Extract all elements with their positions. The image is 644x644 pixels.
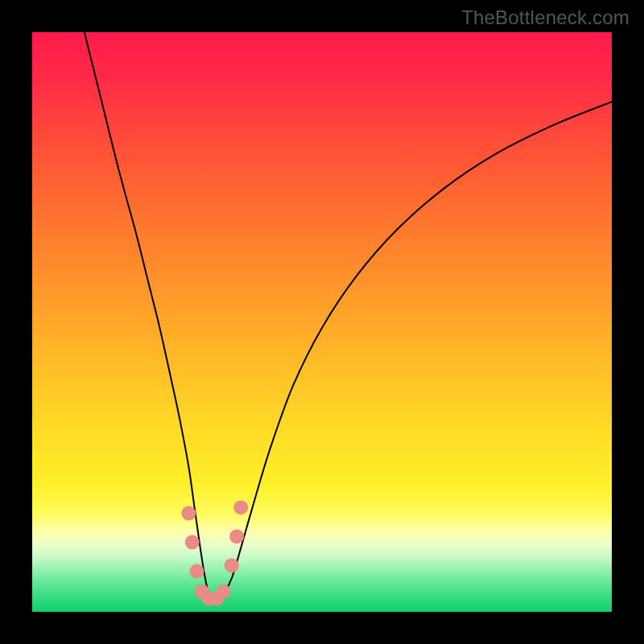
watermark-text: TheBottleneck.com (461, 6, 630, 29)
plot-background-gradient (32, 32, 612, 612)
plot-area (32, 32, 612, 612)
svg-rect-0 (32, 32, 612, 612)
chart-frame: TheBottleneck.com (0, 0, 644, 644)
